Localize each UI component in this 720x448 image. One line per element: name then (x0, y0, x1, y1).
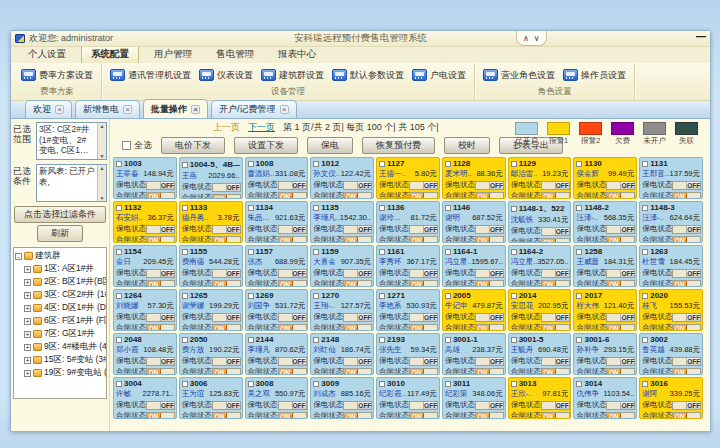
card-checkbox[interactable] (248, 161, 254, 167)
meter-card[interactable]: 2048郑小霞108.48元保电状态ONOFF合闸状态ONOFF (113, 333, 177, 375)
card-checkbox[interactable] (445, 161, 451, 167)
minimize-button[interactable]: — (695, 32, 707, 43)
card-checkbox[interactable] (511, 249, 517, 255)
expander-icon[interactable]: + (24, 305, 31, 312)
card-checkbox[interactable] (313, 161, 319, 167)
meter-card[interactable]: 1154金日209.45元保电状态ONOFF合闸状态ONOFF (113, 245, 177, 287)
meter-card[interactable]: 1271李艳系530.93元保电状态ONOFF合闸状态ONOFF (376, 289, 440, 331)
tree-node[interactable]: +2区: B区1#井(B区1#… (15, 276, 105, 288)
toggle-switch[interactable]: ONOFF (672, 324, 701, 332)
expander-icon[interactable]: + (24, 292, 31, 299)
chevron-up-icon[interactable]: ∧ (523, 34, 529, 43)
meter-card[interactable]: 3011纪彩策348.06元保电状态ONOFF合闸状态ONOFF (442, 377, 506, 419)
toggle-switch[interactable]: ONOFF (146, 324, 175, 332)
card-checkbox[interactable] (182, 337, 188, 343)
card-checkbox[interactable] (248, 381, 254, 387)
toggle-switch[interactable]: ONOFF (475, 236, 504, 244)
meter-card[interactable]: 1008曹温娟..331.08元保电状态ONOFF合闸状态ONOFF (245, 157, 309, 199)
toggle-supply[interactable]: ONOFF (409, 401, 438, 410)
meter-card[interactable]: 3001-1高雄238.37元保电状态ONOFF合闸状态ONOFF (442, 333, 506, 375)
card-checkbox[interactable] (642, 293, 648, 299)
meter-card[interactable]: 1146谢明687.52元保电状态ONOFF合闸状态ONOFF (442, 201, 506, 243)
toggle-switch[interactable]: ONOFF (343, 412, 372, 420)
meter-card[interactable]: 3006王为谊125.83元保电状态ONOFF合闸状态ONOFF (179, 377, 243, 419)
toggle-switch[interactable]: ONOFF (409, 236, 438, 244)
tab-close-icon[interactable]: × (191, 105, 200, 114)
toggle-switch[interactable]: ONOFF (409, 324, 438, 332)
meter-card[interactable]: 3010纪彩霞..117.49元保电状态ONOFF合闸状态ONOFF (376, 377, 440, 419)
meter-card[interactable]: 1132石安娟..36.37元保电状态ONOFF合闸状态ONOFF (113, 201, 177, 243)
expander-icon[interactable]: + (24, 344, 31, 351)
meter-card[interactable]: 2144李瑾凡870.62元保电状态ONOFF合闸状态ONOFF (245, 333, 309, 375)
toggle-supply[interactable]: ONOFF (146, 225, 175, 234)
ribbon-button[interactable]: 费率方案设置 (18, 67, 96, 84)
expander-icon[interactable]: + (24, 266, 31, 273)
choose-filter-button[interactable]: 点击选择过滤条件 (14, 206, 106, 223)
toggle-switch[interactable]: ONOFF (541, 192, 570, 200)
menu-item-个人设置[interactable]: 个人设置 (19, 46, 75, 63)
toggle-supply[interactable]: ONOFF (278, 401, 307, 410)
chevron-down-icon[interactable]: ∨ (534, 34, 540, 43)
toggle-supply[interactable]: ONOFF (146, 313, 175, 322)
selected-range-listbox[interactable]: 3区: C区2#井(1#变电、2#变电, C区1…▲▼ (36, 122, 107, 160)
toggle-supply[interactable]: ONOFF (672, 401, 701, 410)
menu-item-系统配置[interactable]: 系统配置 (81, 45, 139, 63)
toggle-switch[interactable]: ONOFF (672, 236, 701, 244)
card-checkbox[interactable] (182, 205, 188, 211)
toggle-switch[interactable]: ONOFF (146, 192, 175, 200)
card-checkbox[interactable] (116, 161, 122, 167)
expander-icon[interactable]: + (24, 357, 31, 364)
toggle-switch[interactable]: ONOFF (212, 194, 241, 200)
toggle-supply[interactable]: ONOFF (541, 401, 570, 410)
toggle-switch[interactable]: ONOFF (541, 368, 570, 376)
toggle-switch[interactable]: ONOFF (541, 324, 570, 332)
toggle-supply[interactable]: ONOFF (343, 313, 372, 322)
meter-card[interactable]: 1130侯金辉99.49元保电状态ONOFF合闸状态ONOFF (573, 157, 637, 199)
toolbar-button-校时[interactable]: 校时 (444, 137, 490, 154)
toggle-supply[interactable]: ONOFF (278, 225, 307, 234)
card-checkbox[interactable] (182, 249, 188, 255)
toggle-supply[interactable]: ONOFF (212, 269, 241, 278)
card-checkbox[interactable] (313, 293, 319, 299)
card-checkbox[interactable] (576, 249, 582, 255)
toggle-supply[interactable]: ONOFF (541, 181, 570, 190)
expander-icon[interactable]: - (15, 253, 22, 260)
card-checkbox[interactable] (642, 381, 648, 387)
toggle-supply[interactable]: ONOFF (146, 357, 175, 366)
toggle-supply[interactable]: ONOFF (212, 183, 241, 192)
expander-icon[interactable]: + (24, 318, 31, 325)
meter-card[interactable]: 1164-2冯立星..3527.05..保电状态ONOFF合闸状态ONOFF (508, 245, 572, 287)
expander-icon[interactable]: + (24, 279, 31, 286)
toggle-switch[interactable]: ONOFF (672, 412, 701, 420)
toggle-switch[interactable]: ONOFF (278, 280, 307, 288)
meter-card[interactable]: 1265谢荣娜199.29元保电状态ONOFF合闸状态ONOFF (179, 289, 243, 331)
toggle-supply[interactable]: ONOFF (278, 357, 307, 366)
ribbon-button[interactable]: 默认参数设置 (329, 67, 407, 84)
toggle-supply[interactable]: ONOFF (606, 401, 635, 410)
selected-condition-listbox[interactable]: 新风表: 已开户表,▲▼ (36, 164, 107, 202)
toggle-supply[interactable]: ONOFF (672, 313, 701, 322)
meter-card[interactable]: 1264刘晓娜57.30元保电状态ONOFF合闸状态ONOFF (113, 289, 177, 331)
toggle-switch[interactable]: ONOFF (606, 412, 635, 420)
card-checkbox[interactable] (576, 293, 582, 299)
card-checkbox[interactable] (248, 337, 254, 343)
toggle-switch[interactable]: ONOFF (606, 368, 635, 376)
meter-card[interactable]: 1258王威茵184.31元保电状态ONOFF合闸状态ONOFF (573, 245, 637, 287)
toggle-supply[interactable]: ONOFF (278, 313, 307, 322)
toggle-switch[interactable]: ONOFF (475, 412, 504, 420)
card-checkbox[interactable] (576, 161, 582, 167)
toggle-supply[interactable]: ONOFF (606, 225, 635, 234)
toggle-switch[interactable]: ONOFF (606, 236, 635, 244)
toggle-supply[interactable]: ONOFF (606, 357, 635, 366)
toggle-supply[interactable]: ONOFF (343, 357, 372, 366)
meter-card[interactable]: 1269刘国争531.72元保电状态ONOFF合闸状态ONOFF (245, 289, 309, 331)
meter-card[interactable]: 1155费南德544.28元保电状态ONOFF合闸状态ONOFF (179, 245, 243, 287)
toggle-supply[interactable]: ONOFF (475, 313, 504, 322)
menu-item-报表中心[interactable]: 报表中心 (269, 46, 325, 63)
listbox-scrollbar[interactable]: ▲▼ (97, 165, 106, 201)
tab-欢迎[interactable]: 欢迎× (25, 100, 72, 118)
card-checkbox[interactable] (379, 249, 385, 255)
toggle-switch[interactable]: ONOFF (475, 280, 504, 288)
toggle-switch[interactable]: ONOFF (212, 236, 241, 244)
toggle-switch[interactable]: ONOFF (541, 280, 570, 288)
